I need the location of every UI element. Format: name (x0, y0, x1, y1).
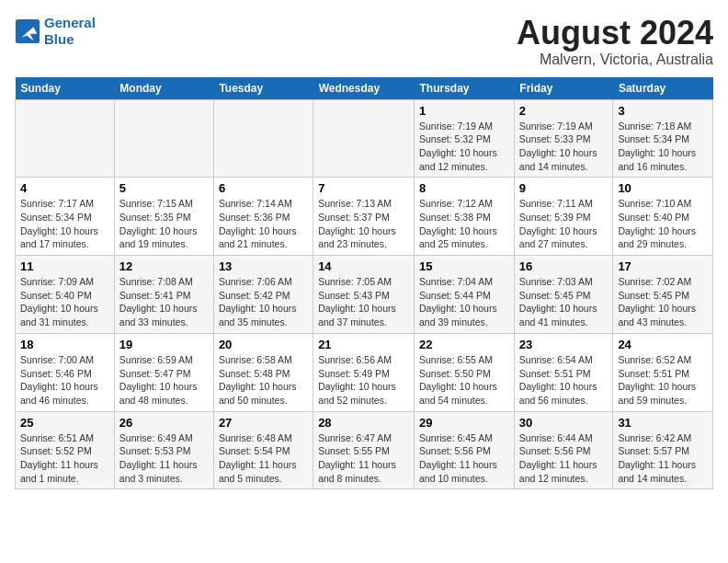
logo-text: General Blue (44, 15, 96, 48)
calendar-cell (213, 99, 313, 178)
day-number: 22 (419, 338, 509, 351)
calendar-cell: 14Sunrise: 7:05 AM Sunset: 5:43 PM Dayli… (313, 256, 415, 334)
day-number: 5 (119, 181, 209, 195)
day-info: Sunrise: 7:02 AM Sunset: 5:45 PM Dayligh… (618, 275, 708, 329)
calendar-cell: 25Sunrise: 6:51 AM Sunset: 5:52 PM Dayli… (16, 411, 115, 489)
calendar-cell: 8Sunrise: 7:12 AM Sunset: 5:38 PM Daylig… (415, 178, 515, 256)
day-number: 14 (318, 259, 409, 273)
calendar-cell: 1Sunrise: 7:19 AM Sunset: 5:32 PM Daylig… (415, 99, 515, 178)
day-info: Sunrise: 6:55 AM Sunset: 5:50 PM Dayligh… (419, 353, 509, 408)
day-info: Sunrise: 6:51 AM Sunset: 5:52 PM Dayligh… (20, 431, 109, 486)
day-number: 27 (219, 416, 308, 430)
day-info: Sunrise: 7:09 AM Sunset: 5:40 PM Dayligh… (20, 275, 109, 329)
weekday-header-monday: Monday (114, 77, 213, 100)
calendar-table: SundayMondayTuesdayWednesdayThursdayFrid… (15, 77, 713, 490)
subtitle: Malvern, Victoria, Australia (517, 52, 713, 68)
calendar-cell: 17Sunrise: 7:02 AM Sunset: 5:45 PM Dayli… (613, 256, 713, 334)
day-info: Sunrise: 7:14 AM Sunset: 5:36 PM Dayligh… (219, 197, 308, 251)
calendar-cell: 16Sunrise: 7:03 AM Sunset: 5:45 PM Dayli… (514, 256, 613, 334)
main-title: August 2024 (517, 15, 713, 52)
day-number: 13 (219, 259, 308, 273)
calendar-cell: 21Sunrise: 6:56 AM Sunset: 5:49 PM Dayli… (313, 333, 415, 411)
day-info: Sunrise: 6:58 AM Sunset: 5:48 PM Dayligh… (219, 353, 308, 408)
day-info: Sunrise: 7:13 AM Sunset: 5:37 PM Dayligh… (318, 197, 409, 251)
day-number: 4 (20, 181, 109, 195)
day-info: Sunrise: 6:44 AM Sunset: 5:56 PM Dayligh… (519, 431, 609, 486)
day-info: Sunrise: 7:03 AM Sunset: 5:45 PM Dayligh… (519, 275, 609, 329)
calendar-cell: 28Sunrise: 6:47 AM Sunset: 5:55 PM Dayli… (313, 411, 415, 489)
day-number: 20 (219, 338, 308, 351)
calendar-cell: 10Sunrise: 7:10 AM Sunset: 5:40 PM Dayli… (613, 178, 713, 256)
logo-line1: General (44, 15, 96, 30)
day-info: Sunrise: 7:10 AM Sunset: 5:40 PM Dayligh… (618, 197, 708, 251)
svg-rect-0 (16, 19, 40, 43)
calendar-cell: 5Sunrise: 7:15 AM Sunset: 5:35 PM Daylig… (114, 178, 213, 256)
day-number: 31 (618, 416, 708, 430)
day-info: Sunrise: 7:11 AM Sunset: 5:39 PM Dayligh… (519, 197, 609, 251)
day-info: Sunrise: 6:42 AM Sunset: 5:57 PM Dayligh… (618, 431, 708, 486)
day-number: 29 (419, 416, 509, 430)
day-number: 9 (519, 181, 609, 195)
day-number: 1 (419, 104, 509, 118)
day-info: Sunrise: 6:47 AM Sunset: 5:55 PM Dayligh… (318, 431, 409, 486)
logo-icon (15, 18, 40, 44)
calendar-cell: 19Sunrise: 6:59 AM Sunset: 5:47 PM Dayli… (114, 333, 213, 411)
day-info: Sunrise: 6:49 AM Sunset: 5:53 PM Dayligh… (119, 431, 209, 486)
day-number: 10 (618, 181, 708, 195)
calendar-cell (114, 99, 213, 178)
day-number: 28 (318, 416, 409, 430)
calendar-cell: 31Sunrise: 6:42 AM Sunset: 5:57 PM Dayli… (613, 411, 713, 489)
day-info: Sunrise: 7:12 AM Sunset: 5:38 PM Dayligh… (419, 197, 509, 251)
weekday-header-thursday: Thursday (415, 77, 515, 100)
day-info: Sunrise: 7:17 AM Sunset: 5:34 PM Dayligh… (20, 197, 109, 251)
day-info: Sunrise: 7:05 AM Sunset: 5:43 PM Dayligh… (318, 275, 409, 329)
calendar-cell: 24Sunrise: 6:52 AM Sunset: 5:51 PM Dayli… (613, 333, 713, 411)
day-number: 7 (318, 181, 409, 195)
day-info: Sunrise: 6:45 AM Sunset: 5:56 PM Dayligh… (419, 431, 509, 486)
day-number: 19 (119, 338, 209, 351)
calendar-cell: 12Sunrise: 7:08 AM Sunset: 5:41 PM Dayli… (114, 256, 213, 334)
day-number: 30 (519, 416, 609, 430)
calendar-cell: 6Sunrise: 7:14 AM Sunset: 5:36 PM Daylig… (213, 178, 313, 256)
calendar-cell (313, 99, 415, 178)
day-number: 11 (20, 259, 109, 273)
day-number: 18 (20, 338, 109, 351)
calendar-cell: 20Sunrise: 6:58 AM Sunset: 5:48 PM Dayli… (213, 333, 313, 411)
day-info: Sunrise: 7:15 AM Sunset: 5:35 PM Dayligh… (119, 197, 209, 251)
weekday-header-saturday: Saturday (613, 77, 713, 100)
day-info: Sunrise: 7:06 AM Sunset: 5:42 PM Dayligh… (219, 275, 308, 329)
logo: General Blue (15, 15, 96, 48)
day-number: 2 (519, 104, 609, 118)
weekday-header-friday: Friday (514, 77, 613, 100)
day-info: Sunrise: 7:00 AM Sunset: 5:46 PM Dayligh… (20, 353, 109, 408)
day-info: Sunrise: 7:04 AM Sunset: 5:44 PM Dayligh… (419, 275, 509, 329)
calendar-cell: 4Sunrise: 7:17 AM Sunset: 5:34 PM Daylig… (16, 178, 115, 256)
page-header: General Blue August 2024 Malvern, Victor… (15, 15, 713, 68)
day-info: Sunrise: 6:52 AM Sunset: 5:51 PM Dayligh… (618, 353, 708, 408)
calendar-cell: 13Sunrise: 7:06 AM Sunset: 5:42 PM Dayli… (213, 256, 313, 334)
calendar-cell: 23Sunrise: 6:54 AM Sunset: 5:51 PM Dayli… (514, 333, 613, 411)
day-number: 8 (419, 181, 509, 195)
day-info: Sunrise: 7:19 AM Sunset: 5:32 PM Dayligh… (419, 120, 509, 174)
day-number: 3 (618, 104, 708, 118)
weekday-header-sunday: Sunday (16, 77, 115, 100)
day-number: 6 (219, 181, 308, 195)
calendar-cell: 27Sunrise: 6:48 AM Sunset: 5:54 PM Dayli… (213, 411, 313, 489)
day-number: 21 (318, 338, 409, 351)
title-area: August 2024 Malvern, Victoria, Australia (517, 15, 713, 68)
calendar-cell: 3Sunrise: 7:18 AM Sunset: 5:34 PM Daylig… (613, 99, 713, 178)
calendar-cell (16, 99, 115, 178)
logo-line2: Blue (44, 31, 74, 47)
day-info: Sunrise: 7:19 AM Sunset: 5:33 PM Dayligh… (519, 120, 609, 174)
calendar-cell: 15Sunrise: 7:04 AM Sunset: 5:44 PM Dayli… (415, 256, 515, 334)
day-info: Sunrise: 6:48 AM Sunset: 5:54 PM Dayligh… (219, 431, 308, 486)
day-info: Sunrise: 7:08 AM Sunset: 5:41 PM Dayligh… (119, 275, 209, 329)
calendar-cell: 2Sunrise: 7:19 AM Sunset: 5:33 PM Daylig… (514, 99, 613, 178)
weekday-header-tuesday: Tuesday (213, 77, 313, 100)
calendar-cell: 7Sunrise: 7:13 AM Sunset: 5:37 PM Daylig… (313, 178, 415, 256)
day-info: Sunrise: 6:59 AM Sunset: 5:47 PM Dayligh… (119, 353, 209, 408)
calendar-cell: 9Sunrise: 7:11 AM Sunset: 5:39 PM Daylig… (514, 178, 613, 256)
calendar-cell: 11Sunrise: 7:09 AM Sunset: 5:40 PM Dayli… (16, 256, 115, 334)
day-info: Sunrise: 7:18 AM Sunset: 5:34 PM Dayligh… (618, 120, 708, 174)
day-number: 12 (119, 259, 209, 273)
